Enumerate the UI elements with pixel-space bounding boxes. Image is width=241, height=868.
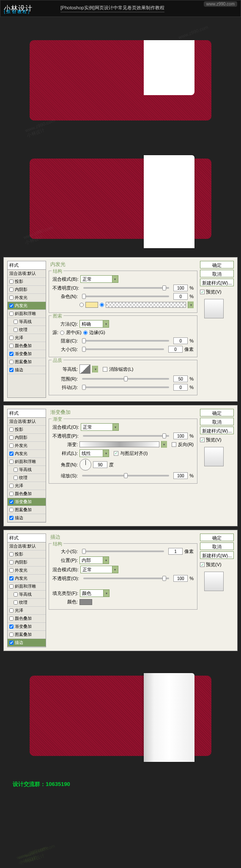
style-inner-shadow[interactable]: 内阴影: [8, 559, 46, 567]
style-bevel[interactable]: 斜面和浮雕: [8, 583, 46, 591]
style-gloss[interactable]: 光泽: [8, 482, 46, 490]
size-input[interactable]: [168, 548, 183, 555]
red-box: [30, 40, 211, 120]
style-inner-shadow[interactable]: 内阴影: [8, 434, 46, 442]
cancel-button[interactable]: 取消: [200, 418, 234, 425]
panel-title: 渐变叠加: [49, 409, 197, 416]
position-combo[interactable]: 内部▾: [79, 556, 109, 564]
style-texture[interactable]: 纹理: [8, 326, 46, 334]
angle-input[interactable]: [93, 461, 107, 468]
scale-slider[interactable]: [82, 475, 169, 476]
opacity-input[interactable]: [173, 433, 188, 439]
contour-picker[interactable]: [79, 364, 90, 374]
jitter-input[interactable]: [173, 384, 188, 391]
scale-input[interactable]: [173, 472, 188, 479]
angle-dial[interactable]: [79, 459, 91, 471]
style-outer-glow[interactable]: 外发光: [8, 442, 46, 450]
method-combo[interactable]: 精确▾: [79, 320, 109, 328]
range-slider[interactable]: [82, 378, 169, 380]
style-bevel[interactable]: 斜面和浮雕: [8, 458, 46, 466]
glow-gradient[interactable]: [106, 302, 186, 308]
ok-button[interactable]: 确定: [200, 534, 234, 541]
source-edge-radio[interactable]: [83, 331, 88, 335]
style-inner-shadow[interactable]: 内阴影: [8, 286, 46, 294]
noise-slider[interactable]: [82, 296, 169, 297]
color-source-gradient[interactable]: [100, 303, 104, 307]
chevron-down-icon[interactable]: ▾: [92, 366, 98, 372]
blend-options[interactable]: 混合选项:默认: [8, 270, 46, 278]
glow-color-well[interactable]: [85, 302, 98, 308]
style-drop-shadow[interactable]: 投影: [8, 278, 46, 286]
style-color-overlay[interactable]: 颜色叠加: [8, 490, 46, 498]
ok-button[interactable]: 确定: [200, 261, 234, 268]
choke-input[interactable]: [173, 337, 188, 344]
style-inner-glow[interactable]: 内发光: [8, 302, 46, 310]
style-drop-shadow[interactable]: 投影: [8, 550, 46, 559]
stroke-color-well[interactable]: [79, 599, 92, 605]
anti-alias-check[interactable]: [103, 367, 107, 372]
style-stroke[interactable]: 描边: [8, 639, 46, 647]
grad-style-combo[interactable]: 线性▾: [79, 449, 109, 457]
reverse-check[interactable]: [172, 442, 176, 447]
align-check[interactable]: [114, 451, 118, 456]
style-contour[interactable]: 等高线: [8, 466, 46, 474]
footer: 设计交流群：10635190: [0, 777, 241, 791]
red-box-2: [30, 159, 211, 239]
style-color-overlay[interactable]: 颜色叠加: [8, 615, 46, 623]
new-style-button[interactable]: 新建样式(W)...: [200, 427, 234, 434]
cancel-button[interactable]: 取消: [200, 542, 234, 550]
style-color-overlay[interactable]: 颜色叠加: [8, 342, 46, 350]
style-inner-glow[interactable]: 内发光: [8, 575, 46, 583]
style-outer-glow[interactable]: 外发光: [8, 294, 46, 302]
source-center-radio[interactable]: [60, 331, 64, 335]
style-texture[interactable]: 纹理: [8, 474, 46, 482]
style-outer-glow[interactable]: 外发光: [8, 567, 46, 575]
style-pattern-overlay[interactable]: 图案叠加: [8, 631, 46, 639]
layer-style-dialog-1: 样式 混合选项:默认 投影 内阴影 外发光 内发光 斜面和浮雕 等高线 纹理 光…: [3, 257, 238, 402]
style-contour[interactable]: 等高线: [8, 591, 46, 599]
opacity-slider[interactable]: [83, 435, 169, 437]
style-inner-glow[interactable]: 内发光: [8, 450, 46, 458]
white-flap-2: [144, 155, 194, 248]
style-drop-shadow[interactable]: 投影: [8, 426, 46, 434]
style-pattern-overlay[interactable]: 图案叠加: [8, 358, 46, 366]
style-gloss[interactable]: 光泽: [8, 334, 46, 342]
chevron-down-icon[interactable]: ▾: [188, 301, 194, 308]
new-style-button[interactable]: 新建样式(W)...: [200, 551, 234, 559]
color-source-solid[interactable]: [79, 303, 84, 307]
cancel-button[interactable]: 取消: [200, 270, 234, 277]
ok-button[interactable]: 确定: [200, 409, 234, 416]
panel-title: 内发光: [49, 261, 197, 268]
style-grad-overlay[interactable]: 渐变叠加: [8, 623, 46, 631]
noise-input[interactable]: [173, 293, 188, 300]
style-bevel[interactable]: 斜面和浮雕: [8, 310, 46, 318]
jitter-slider[interactable]: [82, 386, 169, 388]
blend-mode-combo[interactable]: 正常▾: [80, 566, 118, 573]
choke-slider[interactable]: [82, 340, 169, 342]
new-style-button[interactable]: 新建样式(W)...: [200, 279, 234, 286]
blend-mode-combo[interactable]: 正常▾: [80, 275, 118, 283]
opacity-input[interactable]: [173, 285, 188, 291]
style-grad-overlay[interactable]: 渐变叠加: [8, 350, 46, 358]
layer-style-dialog-3: 样式 混合选项:默认 投影 内阴影 外发光 内发光 斜面和浮雕 等高线 纹理 光…: [3, 530, 238, 651]
size-slider[interactable]: [82, 348, 164, 350]
style-stroke[interactable]: 描边: [8, 514, 46, 522]
style-grad-overlay[interactable]: 渐变叠加: [8, 498, 46, 506]
fill-type-combo[interactable]: 颜色▾: [80, 589, 110, 597]
style-stroke[interactable]: 描边: [8, 366, 46, 374]
style-gloss[interactable]: 光泽: [8, 607, 46, 615]
gradient-picker[interactable]: [79, 441, 159, 447]
size-slider[interactable]: [82, 550, 164, 552]
range-input[interactable]: [173, 375, 188, 382]
style-contour[interactable]: 等高线: [8, 318, 46, 326]
opacity-slider[interactable]: [83, 578, 169, 579]
opacity-slider[interactable]: [83, 287, 169, 289]
blend-mode-combo[interactable]: 正常▾: [81, 423, 119, 431]
opacity-input[interactable]: [173, 575, 188, 582]
style-texture[interactable]: 纹理: [8, 599, 46, 607]
style-pattern-overlay[interactable]: 图案叠加: [8, 506, 46, 514]
size-input[interactable]: [168, 346, 183, 353]
preview-check[interactable]: [200, 290, 205, 294]
preview-check[interactable]: [200, 562, 205, 567]
preview-check[interactable]: [200, 438, 205, 442]
